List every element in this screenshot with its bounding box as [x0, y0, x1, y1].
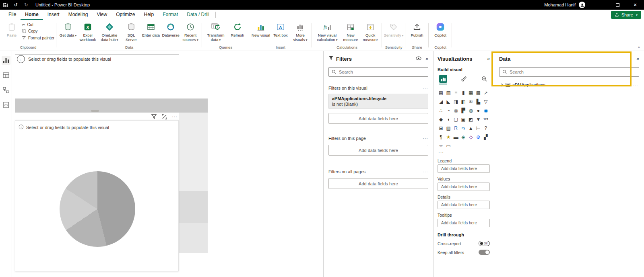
scroller-icon[interactable]: ▞ [482, 133, 489, 140]
data-search-input[interactable] [510, 70, 636, 74]
table-more-icon[interactable]: ··· [633, 82, 638, 87]
line-chart-icon[interactable]: ↗ [482, 89, 489, 96]
waterfall-chart-icon[interactable]: ▙ [475, 98, 482, 105]
data-table-row[interactable]: aPMApplications ··· [499, 80, 639, 89]
cross-report-toggle[interactable]: Off [479, 241, 490, 246]
account-avatar-icon[interactable] [579, 2, 585, 8]
scatter-chart-icon[interactable]: ∴ [438, 107, 444, 114]
model-view-button[interactable] [2, 86, 10, 94]
tab-help[interactable]: Help [140, 10, 159, 20]
power-apps-icon[interactable]: ◇ [467, 133, 474, 140]
collapse-pane-icon[interactable]: » [487, 56, 490, 62]
section-more-icon[interactable]: ··· [423, 169, 428, 174]
new-measure-button[interactable]: New measure [341, 21, 360, 42]
numeric-card-icon[interactable]: 123 [482, 116, 489, 123]
redo-icon[interactable]: ↻ [21, 0, 31, 10]
tab-insert[interactable]: Insert [43, 10, 64, 20]
save-icon[interactable] [0, 0, 10, 10]
build-visual-tab[interactable] [439, 75, 447, 84]
html-viewer-icon[interactable]: <> [438, 142, 444, 149]
filters-search-input[interactable] [339, 70, 425, 74]
stacked-column-chart-icon[interactable]: ▥ [445, 89, 452, 96]
filters-page-dropzone[interactable]: Add data fields here [328, 145, 428, 156]
section-more-icon[interactable]: ··· [423, 136, 428, 141]
table-visual-skeleton-header[interactable] [15, 98, 208, 113]
data-search[interactable] [499, 67, 639, 77]
slicer-icon[interactable]: ▼ [475, 116, 482, 123]
more-options-icon[interactable]: ··· [171, 113, 178, 120]
undo-icon[interactable]: ↺ [10, 0, 21, 10]
new-visual-calculation-button[interactable]: fx New visual calculation▾ [314, 21, 341, 42]
dax-query-view-button[interactable] [2, 101, 10, 109]
tab-format[interactable]: Format [158, 10, 182, 20]
advanced-card-icon[interactable]: ▭ [445, 142, 452, 149]
transform-data-button[interactable]: Transform data▾ [204, 21, 227, 42]
line-and-clustered-column-chart-icon[interactable]: ◧ [460, 98, 467, 105]
well-dropzone[interactable]: Add data fields here [438, 219, 490, 227]
collapse-ribbon-icon[interactable]: ˄ [638, 45, 640, 49]
paginated-report-icon[interactable]: ▬ [452, 133, 459, 140]
stacked-area-chart-icon[interactable]: ◣ [445, 98, 452, 105]
new-visual-button[interactable]: New visual [251, 21, 270, 37]
sensitivity-button[interactable]: Sensitivity▾ [384, 21, 403, 38]
collapse-pane-icon[interactable]: » [636, 56, 639, 62]
drill-back-icon[interactable]: ← [17, 55, 25, 63]
metrics-icon[interactable]: ★ [445, 133, 452, 140]
arcgis-map-icon[interactable]: ◈ [460, 133, 467, 140]
excel-workbook-button[interactable]: X Excel workbook [78, 21, 97, 42]
filters-visual-dropzone[interactable]: Add data fields here [328, 113, 428, 124]
qa-visual-icon[interactable]: ? [482, 125, 489, 131]
gallery-more-icon[interactable]: ··· [438, 150, 490, 155]
filters-visibility-icon[interactable] [416, 56, 421, 62]
minimize-button[interactable]: ─ [591, 0, 609, 10]
100-stacked-bar-chart-icon[interactable]: ▦ [467, 89, 474, 96]
analytics-tab[interactable] [480, 75, 488, 83]
refresh-button[interactable]: Refresh [228, 21, 247, 37]
format-visual-tab[interactable] [460, 75, 468, 83]
well-dropzone[interactable]: Add data fields here [438, 164, 490, 173]
clustered-column-chart-icon[interactable]: ▮ [460, 89, 467, 96]
filter-card[interactable]: aPMApplications.lifecycle is not (Blank) [328, 94, 428, 109]
table-icon[interactable]: ⊞ [438, 125, 444, 131]
well-dropzone[interactable]: Add data fields here [438, 183, 490, 191]
format-painter-button[interactable]: Format painter [22, 35, 54, 41]
recent-sources-button[interactable]: Recent sources▾ [181, 21, 200, 42]
tab-optimize[interactable]: Optimize [111, 10, 139, 20]
cut-button[interactable]: ✂ Cut [22, 23, 54, 27]
clustered-bar-chart-icon[interactable]: ≡ [452, 89, 459, 96]
area-chart-icon[interactable]: ◢ [438, 98, 444, 105]
pie-visual-card[interactable]: Select or drag fields to populate this v… [15, 120, 179, 271]
maximize-button[interactable] [609, 0, 626, 10]
filters-all-pages-dropzone[interactable]: Add data fields here [328, 178, 428, 189]
report-view-button[interactable] [2, 56, 10, 65]
filled-map-icon[interactable]: ● [475, 107, 482, 114]
power-automate-icon[interactable]: ⊘ [475, 133, 482, 140]
close-button[interactable]: ✕ [626, 0, 644, 10]
report-canvas[interactable]: ← Select or drag fields to populate this… [12, 51, 323, 277]
kpi-icon[interactable]: ◩ [467, 116, 474, 123]
sql-server-button[interactable]: SQL Server [122, 21, 141, 42]
shape-map-icon[interactable]: ◆ [438, 116, 444, 123]
key-influencers-icon[interactable]: ▲ [467, 125, 474, 131]
collapse-pane-icon[interactable]: » [425, 56, 428, 62]
tab-home[interactable]: Home [21, 10, 43, 20]
more-visuals-button[interactable]: More visuals▾ [291, 21, 310, 42]
funnel-chart-icon[interactable]: ▽ [482, 98, 489, 105]
donut-chart-icon[interactable]: ◎ [452, 107, 459, 114]
ribbon-chart-icon[interactable]: ≋ [467, 98, 474, 105]
section-more-icon[interactable]: ··· [423, 86, 428, 90]
paste-button[interactable]: Paste [2, 21, 21, 37]
copilot-button[interactable]: Copilot [431, 21, 450, 37]
python-visual-icon[interactable]: Py [460, 125, 467, 131]
line-and-stacked-column-chart-icon[interactable]: ◨ [452, 98, 459, 105]
dataverse-button[interactable]: Dataverse [161, 21, 180, 37]
100-stacked-column-chart-icon[interactable]: ▩ [475, 89, 482, 96]
map-icon[interactable]: ◍ [467, 107, 474, 114]
matrix-icon[interactable]: ▨ [445, 125, 452, 131]
multi-row-card-icon[interactable]: ▣ [460, 116, 467, 123]
gauge-icon[interactable]: ◖ [445, 116, 452, 123]
onelake-data-hub-button[interactable]: OneLake data hub▾ [98, 21, 121, 42]
get-data-button[interactable]: Get data▾ [58, 21, 78, 38]
azure-map-icon[interactable]: ◉ [482, 107, 489, 114]
quick-measure-button[interactable]: Quick measure [361, 21, 380, 42]
